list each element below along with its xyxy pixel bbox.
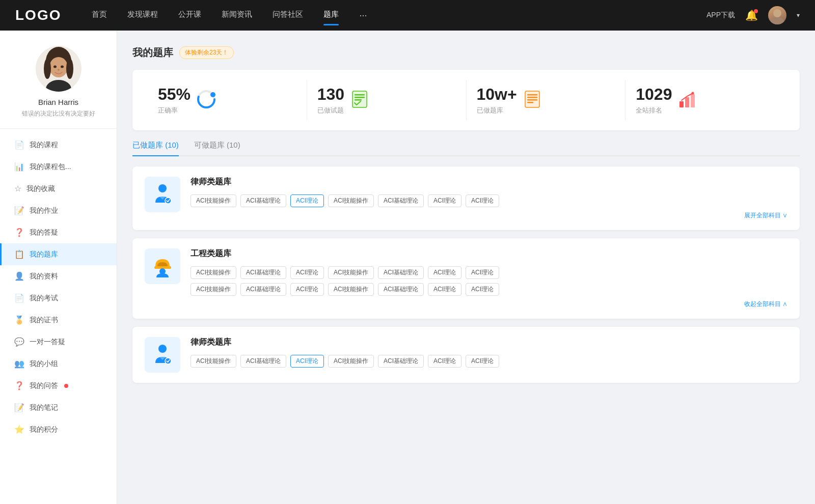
- user-avatar[interactable]: [768, 6, 786, 24]
- qbank-tag[interactable]: ACI基础理论: [240, 194, 286, 207]
- nav-more[interactable]: ···: [359, 10, 367, 21]
- sidebar-item-favorites[interactable]: ☆ 我的收藏: [0, 178, 117, 200]
- main-content: 我的题库 体验剩余23天！ 55% 正确率: [117, 31, 815, 504]
- qbank-card-engineer: 工程类题库 ACI技能操作 ACI基础理论 ACI理论 ACI技能操作 ACI基…: [132, 238, 800, 319]
- sidebar-item-my-qa[interactable]: ❓ 我的问答: [0, 375, 117, 397]
- lawyer-icon-svg-2: [151, 344, 174, 367]
- qbank-icon-lawyer-2: [145, 337, 180, 373]
- qbank-tag-active[interactable]: ACI理论: [290, 194, 324, 207]
- qbank-tag[interactable]: ACI基础理论: [240, 283, 286, 296]
- qbank-content-engineer: 工程类题库 ACI技能操作 ACI基础理论 ACI理论 ACI技能操作 ACI基…: [191, 248, 787, 309]
- tabs-bar: 已做题库 (10) 可做题库 (10): [132, 141, 800, 156]
- profile-icon: 👤: [14, 271, 24, 281]
- sidebar-item-notes[interactable]: 📝 我的笔记: [0, 397, 117, 418]
- nav-qa[interactable]: 问答社区: [273, 10, 303, 21]
- logo[interactable]: LOGO: [15, 7, 61, 23]
- stats-bar: 55% 正确率 130 已做试题: [132, 70, 800, 130]
- qbank-title-engineer: 工程类题库: [191, 248, 787, 259]
- qbank-tag[interactable]: ACI基础理论: [378, 355, 424, 368]
- done-exercises-icon: [350, 90, 369, 110]
- sidebar-menu: 📄 我的课程 📊 我的课程包... ☆ 我的收藏 📝 我的作业 ❓ 我的答疑 📋: [0, 129, 117, 445]
- nav-news[interactable]: 新闻资讯: [222, 10, 252, 21]
- stat-site-rank-label: 全站排名: [636, 106, 672, 115]
- qbank-tag[interactable]: ACI理论: [466, 266, 499, 279]
- qbank-icon-lawyer: [145, 177, 180, 212]
- qbank-tag[interactable]: ACI基础理论: [240, 355, 286, 368]
- navbar-right: APP下载 🔔 ▾: [707, 6, 800, 24]
- stat-accuracy: 55% 正确率: [148, 80, 307, 120]
- svg-point-7: [66, 59, 73, 79]
- accuracy-icon: [197, 90, 216, 111]
- notes-icon: 📝: [14, 403, 24, 412]
- qbank-tag[interactable]: ACI技能操作: [328, 266, 374, 279]
- sidebar-item-course[interactable]: 📄 我的课程: [0, 134, 117, 156]
- sidebar-item-group[interactable]: 👥 我的小组: [0, 353, 117, 375]
- qbank-tag[interactable]: ACI技能操作: [328, 355, 374, 368]
- nav-menu: 首页 发现课程 公开课 新闻资讯 问答社区 题库 ···: [92, 10, 707, 21]
- qbank-tag[interactable]: ACI基础理论: [378, 266, 424, 279]
- stat-done-banks-value: 10w+: [477, 85, 517, 104]
- sidebar-item-exam[interactable]: 📄 我的考试: [0, 287, 117, 309]
- nav-discover[interactable]: 发现课程: [127, 10, 158, 21]
- sidebar-item-one-on-one[interactable]: 💬 一对一答疑: [0, 331, 117, 353]
- svg-point-13: [210, 92, 215, 97]
- qbank-tag[interactable]: ACI基础理论: [378, 283, 424, 296]
- sidebar-item-label: 我的收藏: [26, 184, 55, 193]
- page-wrapper: Brian Harris 错误的决定比没有决定要好 📄 我的课程 📊 我的课程包…: [0, 31, 815, 504]
- tab-available-banks[interactable]: 可做题库 (10): [194, 141, 240, 155]
- user-name: Brian Harris: [10, 98, 106, 106]
- avatar-image: [768, 6, 786, 24]
- sidebar-item-questions[interactable]: ❓ 我的答疑: [0, 221, 117, 243]
- qbank-tags-engineer-row2: ACI技能操作 ACI基础理论 ACI理论 ACI技能操作 ACI基础理论 AC…: [191, 283, 787, 296]
- stat-accuracy-value: 55%: [158, 85, 191, 104]
- sidebar-item-label: 我的答疑: [30, 228, 58, 237]
- qbank-tag[interactable]: ACI技能操作: [328, 283, 374, 296]
- sidebar-item-homework[interactable]: 📝 我的作业: [0, 200, 117, 221]
- page-header: 我的题库 体验剩余23天！: [132, 46, 800, 60]
- stat-done-banks-text: 10w+ 已做题库: [477, 85, 517, 115]
- sidebar-item-question-bank[interactable]: 📋 我的题库: [0, 243, 117, 265]
- qbank-tag[interactable]: ACI基础理论: [378, 194, 424, 207]
- qbank-tag[interactable]: ACI技能操作: [191, 355, 236, 368]
- qbank-title-lawyer-1: 律师类题库: [191, 177, 787, 187]
- qbank-tag[interactable]: ACI技能操作: [328, 194, 374, 207]
- one-on-one-icon: 💬: [14, 337, 24, 347]
- qbank-tag[interactable]: ACI理论: [466, 355, 499, 368]
- stat-accuracy-text: 55% 正确率: [158, 85, 191, 115]
- qbank-tag[interactable]: ACI技能操作: [191, 194, 236, 207]
- expand-button-lawyer-1[interactable]: 展开全部科目 ∨: [191, 211, 787, 220]
- qbank-tag[interactable]: ACI技能操作: [191, 266, 236, 279]
- nav-open[interactable]: 公开课: [178, 10, 201, 21]
- qbank-tag[interactable]: ACI理论: [428, 355, 461, 368]
- stat-done-exercises-value: 130: [317, 85, 344, 104]
- notification-bell[interactable]: 🔔: [745, 9, 758, 21]
- svg-point-8: [53, 66, 57, 68]
- collapse-button-engineer[interactable]: 收起全部科目 ∧: [191, 300, 787, 309]
- sidebar-item-label: 我的题库: [30, 250, 58, 259]
- sidebar-item-points[interactable]: ⭐ 我的积分: [0, 418, 117, 440]
- qbank-tag[interactable]: ACI理论: [466, 194, 499, 207]
- nav-home[interactable]: 首页: [92, 10, 107, 21]
- nav-question-bank[interactable]: 题库: [323, 10, 339, 21]
- tab-done-banks[interactable]: 已做题库 (10): [132, 141, 179, 155]
- qbank-tag[interactable]: ACI理论: [466, 283, 499, 296]
- sidebar-item-profile[interactable]: 👤 我的资料: [0, 265, 117, 287]
- qbank-tag[interactable]: ACI基础理论: [240, 266, 286, 279]
- qbank-tag[interactable]: ACI理论: [290, 283, 324, 296]
- qbank-tag[interactable]: ACI理论: [428, 283, 461, 296]
- notification-dot: [754, 9, 758, 13]
- sidebar-item-certificate[interactable]: 🏅 我的证书: [0, 309, 117, 331]
- qbank-tag[interactable]: ACI理论: [290, 266, 324, 279]
- sidebar-item-course-package[interactable]: 📊 我的课程包...: [0, 156, 117, 178]
- svg-point-28: [692, 92, 694, 94]
- app-download-button[interactable]: APP下载: [707, 11, 735, 20]
- qbank-tags-engineer-row1: ACI技能操作 ACI基础理论 ACI理论 ACI技能操作 ACI基础理论 AC…: [191, 266, 787, 279]
- svg-point-29: [158, 184, 167, 192]
- favorites-icon: ☆: [14, 184, 21, 193]
- qbank-tag[interactable]: ACI技能操作: [191, 283, 236, 296]
- qbank-tag[interactable]: ACI理论: [428, 194, 461, 207]
- qbank-content-lawyer-1: 律师类题库 ACI技能操作 ACI基础理论 ACI理论 ACI技能操作 ACI基…: [191, 177, 787, 220]
- qbank-tag-active[interactable]: ACI理论: [290, 355, 324, 368]
- user-menu-chevron[interactable]: ▾: [797, 12, 800, 19]
- qbank-tag[interactable]: ACI理论: [428, 266, 461, 279]
